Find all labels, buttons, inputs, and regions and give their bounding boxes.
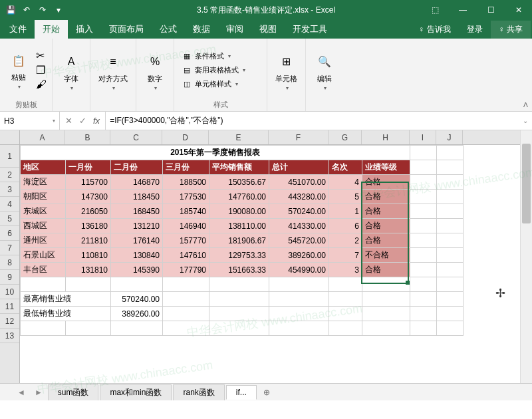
- formula-input[interactable]: =IF(F3>400000,"合格","不合格"): [106, 112, 519, 130]
- select-all-corner[interactable]: [0, 130, 20, 145]
- vertical-scrollbar[interactable]: [520, 130, 532, 383]
- collapse-ribbon-icon[interactable]: ᐱ: [523, 101, 528, 108]
- cond-format-icon: ▦: [182, 51, 192, 61]
- font-button[interactable]: A字体: [58, 50, 84, 92]
- sheet-nav-prev-icon[interactable]: ◄: [13, 388, 29, 397]
- table-format-button[interactable]: ▤套用表格格式: [180, 64, 247, 76]
- font-icon: A: [61, 51, 82, 72]
- worksheet-area: ABCDEFGHIJ 12345678910111213 2015年第一季度销售…: [0, 130, 532, 383]
- align-label: 对齐方式: [98, 74, 128, 84]
- paste-icon: 📋: [8, 50, 29, 71]
- group-styles: ▦条件格式 ▤套用表格格式 ◫单元格样式 样式: [174, 39, 267, 111]
- tab-review[interactable]: 审阅: [218, 20, 251, 39]
- number-icon: %: [144, 51, 166, 72]
- add-sheet-icon[interactable]: ⊕: [258, 388, 275, 397]
- table-format-icon: ▤: [182, 65, 192, 75]
- cond-format-label: 条件格式: [195, 51, 224, 61]
- scroll-thumb[interactable]: [522, 144, 531, 223]
- redo-icon[interactable]: ↷: [37, 5, 48, 15]
- cancel-formula-icon[interactable]: ✕: [65, 116, 72, 126]
- row-headers[interactable]: 12345678910111213: [0, 145, 20, 383]
- expand-formula-icon[interactable]: ⌄: [519, 112, 532, 130]
- login-button[interactable]: 登录: [459, 21, 491, 39]
- tab-layout[interactable]: 页面布局: [101, 20, 152, 39]
- enter-formula-icon[interactable]: ✓: [79, 116, 86, 126]
- number-button[interactable]: %数字: [142, 50, 168, 92]
- ribbon: 📋 粘贴 ✂ ❐ 🖌 剪贴板 A字体 ≡对齐方式 %数字 ▦条件格式 ▤套用表格…: [0, 39, 532, 112]
- sheet-tabs: ◄ ► sum函数 max和min函数 rank函数 if... ⊕: [0, 383, 532, 400]
- cell-style-button[interactable]: ◫单元格样式: [180, 78, 247, 90]
- group-editing: 🔍编辑: [306, 39, 343, 111]
- qat-more-icon[interactable]: ▾: [53, 5, 64, 15]
- clipboard-group-label: 剪贴板: [5, 98, 47, 110]
- sheet-nav-next-icon[interactable]: ►: [31, 388, 47, 397]
- font-label: 字体: [64, 74, 78, 84]
- minimize-icon[interactable]: —: [450, 0, 476, 20]
- tab-insert[interactable]: 插入: [68, 20, 101, 39]
- share-button[interactable]: ♀ 共享: [491, 21, 531, 39]
- cells-icon: ⊞: [276, 51, 297, 72]
- group-clipboard: 📋 粘贴 ✂ ❐ 🖌 剪贴板: [0, 39, 53, 111]
- formula-controls: ✕ ✓ fx: [60, 112, 106, 130]
- copy-icon[interactable]: ❐: [36, 64, 47, 76]
- tab-data[interactable]: 数据: [185, 20, 218, 39]
- column-headers[interactable]: ABCDEFGHIJ: [20, 130, 520, 145]
- close-icon[interactable]: ✕: [505, 0, 532, 20]
- cell-style-icon: ◫: [182, 78, 192, 89]
- cells-grid[interactable]: 2015年第一季度销售报表地区一月份二月份三月份平均销售额总计名次业绩等级海淀区…: [20, 145, 520, 383]
- name-box[interactable]: H3: [0, 112, 60, 130]
- ribbon-tabs: 文件 开始 插入 页面布局 公式 数据 审阅 视图 开发工具 ♀ 告诉我 登录 …: [0, 20, 532, 39]
- group-cells: ⊞单元格: [267, 39, 306, 111]
- title-bar: 💾 ↶ ↷ ▾ 3.5 常用函数-销售业绩评定.xlsx - Excel ⬚ —…: [0, 0, 532, 20]
- tab-developer[interactable]: 开发工具: [285, 20, 335, 39]
- cell-style-label: 单元格样式: [195, 79, 231, 89]
- quick-access-toolbar: 💾 ↶ ↷ ▾: [0, 5, 64, 15]
- tab-home[interactable]: 开始: [35, 20, 68, 39]
- save-icon[interactable]: 💾: [5, 5, 16, 15]
- formula-bar: H3 ✕ ✓ fx =IF(F3>400000,"合格","不合格") ⌄: [0, 112, 532, 130]
- undo-icon[interactable]: ↶: [21, 5, 32, 15]
- tab-view[interactable]: 视图: [251, 20, 285, 39]
- group-number: %数字: [136, 39, 174, 111]
- sheet-tab-maxmin[interactable]: max和min函数: [100, 384, 172, 400]
- tab-file[interactable]: 文件: [1, 20, 35, 39]
- group-align: ≡对齐方式: [90, 39, 136, 111]
- cells-label: 单元格: [275, 74, 297, 84]
- tell-me[interactable]: ♀ 告诉我: [410, 21, 458, 39]
- number-label: 数字: [148, 74, 162, 84]
- editing-button[interactable]: 🔍编辑: [311, 50, 338, 92]
- window-title: 3.5 常用函数-销售业绩评定.xlsx - Excel: [197, 5, 335, 16]
- align-button[interactable]: ≡对齐方式: [96, 50, 130, 92]
- conditional-format-button[interactable]: ▦条件格式: [180, 50, 247, 62]
- styles-group-label: 样式: [180, 98, 261, 110]
- find-icon: 🔍: [314, 51, 335, 72]
- group-font: A字体: [53, 39, 90, 111]
- editing-label: 编辑: [317, 74, 332, 84]
- sheet-tab-if[interactable]: if...: [226, 385, 257, 400]
- ribbon-display-icon[interactable]: ⬚: [422, 0, 448, 20]
- sheet-tab-sum[interactable]: sum函数: [48, 384, 99, 400]
- sheet-tab-rank[interactable]: rank函数: [173, 384, 224, 400]
- format-painter-icon[interactable]: 🖌: [36, 78, 47, 90]
- cells-button[interactable]: ⊞单元格: [273, 50, 300, 92]
- paste-button[interactable]: 📋 粘贴: [5, 49, 32, 91]
- table-format-label: 套用表格格式: [195, 65, 239, 75]
- cut-icon[interactable]: ✂: [36, 49, 47, 62]
- window-controls: ⬚ — ☐ ✕: [422, 0, 532, 20]
- insert-function-icon[interactable]: fx: [93, 116, 100, 126]
- maximize-icon[interactable]: ☐: [477, 0, 504, 20]
- paste-label: 粘贴: [11, 72, 26, 82]
- align-icon: ≡: [102, 51, 124, 72]
- tab-formula[interactable]: 公式: [152, 20, 185, 39]
